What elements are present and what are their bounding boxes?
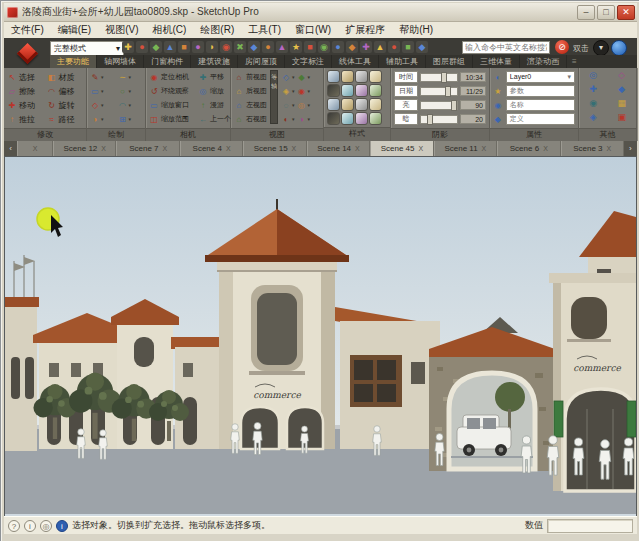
rotate-tool-button[interactable]: ↻旋转 xyxy=(47,98,84,112)
style-thumbnail[interactable] xyxy=(327,112,340,125)
view-extra-button[interactable]: ◐▾ xyxy=(281,112,295,126)
style-thumbnail[interactable] xyxy=(327,84,340,97)
quick-tool-icon[interactable]: ● xyxy=(192,41,204,53)
close-icon[interactable]: X xyxy=(418,145,423,152)
help-icon[interactable]: ? xyxy=(8,520,20,532)
account-circle-button[interactable] xyxy=(611,40,627,56)
ribbon-tab-helpers[interactable]: 辅助工具 xyxy=(379,55,426,68)
scene-tab[interactable]: Scene 3X xyxy=(561,141,624,156)
close-icon[interactable]: X xyxy=(226,145,231,152)
quick-tool-icon[interactable]: ■ xyxy=(402,41,414,53)
ribbon-tab-text[interactable]: 文字标注 xyxy=(285,55,332,68)
quick-tool-icon[interactable]: ◆ xyxy=(248,41,260,53)
style-thumbnail[interactable] xyxy=(355,112,368,125)
style-thumbnail[interactable] xyxy=(355,84,368,97)
ribbon-tab-roof[interactable]: 房间屋顶 xyxy=(238,55,285,68)
freehand-tool-button[interactable]: ∼▾ xyxy=(118,70,143,84)
zoom-button[interactable]: ◎缩放 xyxy=(198,84,231,98)
ribbon-tab-facilities[interactable]: 建筑设施 xyxy=(191,55,238,68)
pushpull-tool-button[interactable]: ↑推拉 xyxy=(7,112,44,126)
right-view-button[interactable]: ⌂右视图 xyxy=(234,112,267,126)
close-icon[interactable]: X xyxy=(607,145,612,152)
style-thumbnail[interactable] xyxy=(369,84,382,97)
scene-tab[interactable]: Scene 7X xyxy=(116,141,179,156)
quick-tool-icon[interactable]: ● xyxy=(388,41,400,53)
position-camera-button[interactable]: ◉定位相机 xyxy=(149,70,195,84)
scene-tab[interactable]: Scene 11X xyxy=(434,141,497,156)
menu-tools[interactable]: 工具(T) xyxy=(241,22,288,38)
view-extra-button[interactable]: ◆▾ xyxy=(297,70,311,84)
quick-tool-icon[interactable]: ▲ xyxy=(276,41,288,53)
extra-tool-icon[interactable]: ✚ xyxy=(582,84,605,98)
ribbon-tab-3d[interactable]: 三维体量 xyxy=(473,55,520,68)
shadow-date-value[interactable]: 11/29 xyxy=(460,86,486,96)
scenes-scroll-right-button[interactable]: › xyxy=(624,141,637,156)
layer-select[interactable]: Layer0▾ xyxy=(506,71,575,83)
tabs-overflow-icon[interactable]: ≡ xyxy=(567,55,582,68)
quick-tool-icon[interactable]: ● xyxy=(332,41,344,53)
menu-help[interactable]: 帮助(H) xyxy=(392,22,440,38)
view-extra-button[interactable]: ◑▾ xyxy=(297,112,311,126)
style-thumbnail[interactable] xyxy=(341,98,354,111)
view-extra-button[interactable]: ◌▾ xyxy=(281,98,295,112)
menu-draw[interactable]: 绘图(R) xyxy=(193,22,241,38)
definition-field[interactable]: 定义 xyxy=(506,113,575,125)
instructor-icon[interactable]: i xyxy=(56,520,68,532)
previous-view-button[interactable]: ←上一个 xyxy=(198,112,231,126)
scene-tab[interactable]: Scene 14X xyxy=(307,141,370,156)
view-extra-button[interactable]: ◉▾ xyxy=(297,84,311,98)
quick-tool-icon[interactable]: ◆ xyxy=(150,41,162,53)
back-view-button[interactable]: ⌂后视图 xyxy=(234,84,267,98)
quick-tool-icon[interactable]: ● xyxy=(136,41,148,53)
shadow-light-slider[interactable] xyxy=(420,101,458,110)
quick-tool-icon[interactable]: ▲ xyxy=(164,41,176,53)
info-icon[interactable]: i xyxy=(24,520,36,532)
extra-tool-icon[interactable]: ▦ xyxy=(611,98,634,112)
ribbon-tab-doors[interactable]: 门窗构件 xyxy=(144,55,191,68)
quick-tool-icon[interactable]: ▲ xyxy=(374,41,386,53)
extra-tool-icon[interactable]: ▣ xyxy=(611,112,634,126)
menu-view[interactable]: 视图(V) xyxy=(98,22,145,38)
arc-tool-button[interactable]: ◠▾ xyxy=(118,98,143,112)
quick-tool-icon[interactable]: ★ xyxy=(290,41,302,53)
close-icon[interactable]: X xyxy=(355,145,360,152)
style-thumbnail[interactable] xyxy=(355,70,368,83)
close-icon[interactable]: X xyxy=(163,145,168,152)
line-tool-button[interactable]: ✎▾ xyxy=(90,70,115,84)
view-extra-button[interactable]: ◈▾ xyxy=(281,84,295,98)
scene-tab[interactable]: Scene 15X xyxy=(243,141,306,156)
iso-view-strip-button[interactable]: 等轴 xyxy=(270,70,278,124)
quick-tool-icon[interactable]: ● xyxy=(262,41,274,53)
scene-tab[interactable]: Scene 12X xyxy=(53,141,116,156)
walk-button[interactable]: ↑漫游 xyxy=(198,98,231,112)
menu-file[interactable]: 文件(F) xyxy=(4,22,51,38)
command-search-input[interactable] xyxy=(462,41,550,54)
minimize-button[interactable]: – xyxy=(577,5,595,20)
extra-tool-icon[interactable]: ◈ xyxy=(582,112,605,126)
style-thumbnail[interactable] xyxy=(341,70,354,83)
ribbon-tab-main[interactable]: 主要功能 xyxy=(50,55,97,68)
pan-button[interactable]: ✚平移 xyxy=(198,70,231,84)
shadow-dark-value[interactable]: 20 xyxy=(460,114,486,124)
view-extra-button[interactable]: ◎▾ xyxy=(297,98,311,112)
menu-camera[interactable]: 相机(C) xyxy=(145,22,193,38)
eraser-tool-button[interactable]: ▱擦除 xyxy=(7,84,44,98)
menu-edit[interactable]: 编辑(E) xyxy=(51,22,98,38)
polygon-tool-button[interactable]: ◇▾ xyxy=(90,98,115,112)
pie-tool-button[interactable]: ◑▾ xyxy=(90,112,115,126)
quick-tool-icon[interactable]: ◆ xyxy=(346,41,358,53)
view-extra-button[interactable]: ◇▾ xyxy=(281,70,295,84)
rectangle-tool-button[interactable]: ▭▾ xyxy=(90,84,115,98)
shadow-light-value[interactable]: 90 xyxy=(460,100,486,110)
notification-badge-icon[interactable]: ⊘ xyxy=(555,40,569,54)
close-icon[interactable]: X xyxy=(543,145,548,152)
zoom-window-button[interactable]: ▭缩放窗口 xyxy=(149,98,195,112)
suapp-logo-icon[interactable] xyxy=(8,41,46,65)
shadow-date-slider[interactable] xyxy=(420,87,458,96)
style-thumbnail[interactable] xyxy=(341,84,354,97)
followme-tool-button[interactable]: ≈路径 xyxy=(47,112,84,126)
zoom-extents-button[interactable]: ◫缩放范围 xyxy=(149,112,195,126)
parameters-field[interactable]: 参数 xyxy=(506,85,575,97)
menu-window[interactable]: 窗口(W) xyxy=(288,22,338,38)
shadow-dark-slider[interactable] xyxy=(420,115,458,124)
